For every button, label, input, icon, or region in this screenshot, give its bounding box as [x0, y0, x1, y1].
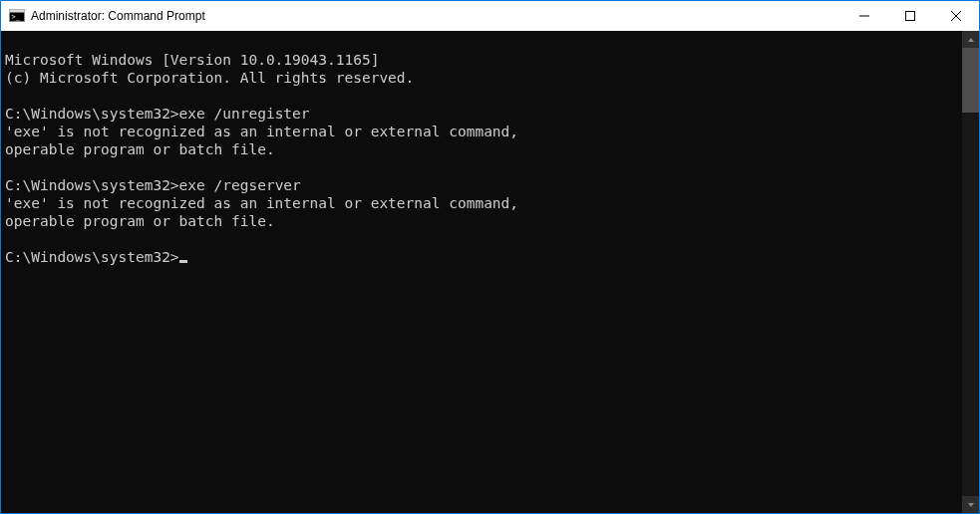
prompt-path: C:\Windows\system32> — [5, 249, 179, 265]
cursor — [179, 260, 187, 263]
maximize-button[interactable] — [887, 1, 933, 31]
cmd-icon: >_ — [9, 8, 25, 24]
scrollbar-thumb[interactable] — [962, 48, 979, 113]
prompt-path: C:\Windows\system32> — [5, 177, 179, 193]
copyright-line: (c) Microsoft Corporation. All rights re… — [5, 70, 414, 86]
svg-rect-3 — [906, 12, 915, 21]
error-line: 'exe' is not recognized as an internal o… — [5, 124, 518, 139]
prompt-line: C:\Windows\system32>exe /regserver — [5, 177, 301, 193]
error-line: 'exe' is not recognized as an internal o… — [5, 195, 518, 211]
version-line: Microsoft Windows [Version 10.0.19043.11… — [5, 52, 379, 68]
close-button[interactable] — [933, 1, 979, 31]
error-line: operable program or batch file. — [5, 141, 275, 157]
console-area: Microsoft Windows [Version 10.0.19043.11… — [1, 31, 979, 513]
error-line: operable program or batch file. — [5, 213, 275, 229]
window-title: Administrator: Command Prompt — [31, 9, 841, 23]
command-text: exe /unregister — [179, 106, 310, 122]
scrollbar-track[interactable] — [962, 48, 979, 496]
prompt-path: C:\Windows\system32> — [5, 106, 179, 122]
minimize-button[interactable] — [841, 1, 887, 31]
command-prompt-window: >_ Administrator: Command Prompt Microso… — [1, 1, 979, 513]
scroll-up-button[interactable] — [962, 31, 979, 48]
prompt-line: C:\Windows\system32> — [5, 249, 187, 265]
vertical-scrollbar[interactable] — [962, 31, 979, 513]
console-output[interactable]: Microsoft Windows [Version 10.0.19043.11… — [1, 31, 962, 513]
titlebar[interactable]: >_ Administrator: Command Prompt — [1, 1, 979, 31]
command-text: exe /regserver — [179, 177, 301, 193]
window-controls — [841, 1, 979, 31]
svg-text:>_: >_ — [12, 13, 21, 21]
prompt-line: C:\Windows\system32>exe /unregister — [5, 106, 310, 122]
scroll-down-button[interactable] — [962, 496, 979, 513]
